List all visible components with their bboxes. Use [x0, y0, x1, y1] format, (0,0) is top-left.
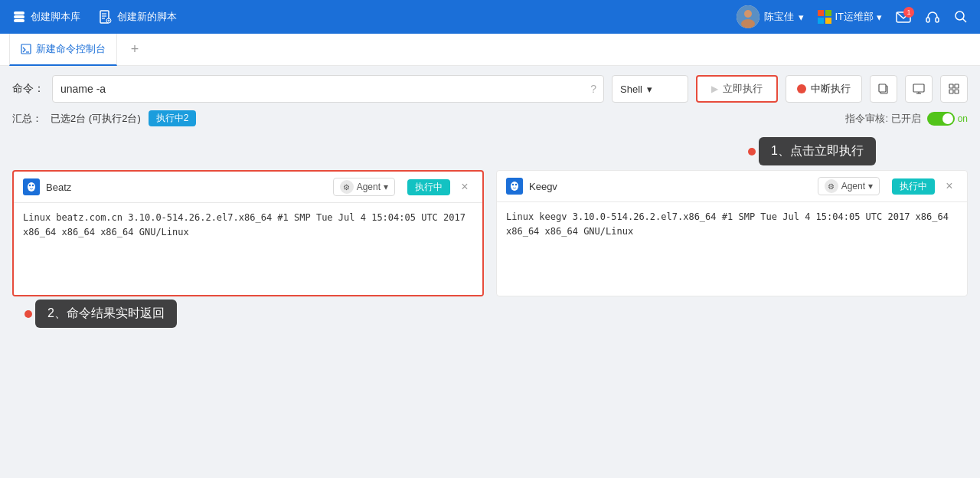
- script-icon: [99, 10, 113, 24]
- copy-button[interactable]: [870, 75, 897, 103]
- user-chevron-icon: ▾: [799, 11, 804, 23]
- command-label: 命令：: [12, 82, 44, 96]
- create-library-label: 创建脚本库: [31, 10, 80, 24]
- command-input-wrap: ?: [52, 75, 604, 103]
- toggle-on-label: on: [958, 113, 968, 124]
- create-script-label: 创建新的脚本: [117, 10, 177, 24]
- stop-icon: [797, 84, 806, 93]
- beatz-output-text: Linux beatz.com.cn 3.10.0-514.26.2.el7.x…: [23, 212, 466, 237]
- svg-rect-22: [913, 84, 924, 92]
- grid-icon: [949, 83, 959, 94]
- svg-point-31: [32, 185, 34, 186]
- beatz-agent-chevron: ▾: [384, 182, 388, 192]
- beatz-terminal-output: Linux beatz.com.cn 3.10.0-514.26.2.el7.x…: [14, 203, 482, 295]
- keegv-close-btn[interactable]: ×: [941, 178, 958, 195]
- tab-label: 新建命令控制台: [36, 42, 106, 56]
- keegv-agent-label: Agent: [841, 181, 865, 192]
- headset-btn[interactable]: [925, 9, 940, 25]
- dept-selector[interactable]: IT运维部 ▾: [818, 10, 882, 24]
- play-icon: ▶: [711, 83, 718, 94]
- db-icon: [12, 10, 26, 24]
- svg-rect-0: [14, 11, 24, 15]
- audit-toggle[interactable]: [927, 112, 955, 126]
- summary-label: 汇总：: [12, 112, 43, 126]
- top-navigation: 创建脚本库 创建新的脚本 陈宝佳: [0, 0, 980, 34]
- svg-point-29: [28, 182, 35, 192]
- linux-icon-keegv: [506, 178, 523, 195]
- svg-rect-27: [949, 90, 953, 93]
- agent-icon-beatz: ⚙: [340, 180, 354, 194]
- grid-button[interactable]: [940, 75, 968, 103]
- beatz-name: Beatz: [46, 182, 71, 193]
- help-icon[interactable]: ?: [590, 83, 596, 95]
- keegv-status-badge: 执行中: [892, 178, 935, 195]
- executing-badge: 执行中2: [149, 110, 197, 126]
- audit-toggle-wrap: on: [927, 112, 968, 126]
- svg-rect-2: [14, 19, 24, 22]
- keegv-agent-selector[interactable]: ⚙ Agent ▾: [818, 177, 880, 195]
- audit-section: 指令审核: 已开启 on: [845, 112, 968, 126]
- beatz-status-badge: 执行中: [407, 179, 450, 195]
- add-tab-btn[interactable]: +: [123, 38, 146, 61]
- monitor-icon: [913, 83, 925, 94]
- interrupt-label: 中断执行: [811, 82, 851, 96]
- command-input[interactable]: [52, 75, 604, 103]
- keegv-terminal-output: Linux keegv 3.10.0-514.26.2.el7.x86_64 #…: [497, 202, 967, 294]
- terminals-grid: Beatz ⚙ Agent ▾ 执行中 × Linux beatz.com.cn…: [12, 170, 968, 296]
- mail-btn[interactable]: 1: [896, 10, 911, 24]
- execute-button[interactable]: ▶ 立即执行: [696, 75, 778, 103]
- svg-point-32: [511, 182, 518, 191]
- svg-point-12: [741, 19, 755, 28]
- callout1-text: 1、点击立即执行: [771, 143, 864, 159]
- shell-chevron-icon: ▾: [647, 83, 652, 95]
- user-profile[interactable]: 陈宝佳 ▾: [737, 5, 804, 28]
- create-library-nav[interactable]: 创建脚本库: [12, 10, 80, 24]
- user-name: 陈宝佳: [764, 10, 794, 24]
- svg-point-30: [29, 185, 31, 186]
- callout-execute: 1、点击立即执行: [759, 137, 876, 165]
- svg-point-16: [956, 11, 964, 20]
- avatar: [737, 5, 760, 28]
- mail-badge: 1: [903, 7, 914, 18]
- svg-line-17: [963, 19, 967, 23]
- tab-new-console[interactable]: 新建命令控制台: [9, 34, 117, 66]
- nav-right-section: 陈宝佳 ▾ IT运维部 ▾ 1: [737, 5, 968, 28]
- search-btn[interactable]: [954, 10, 968, 24]
- monitor-button[interactable]: [905, 75, 933, 103]
- tab-bar: 新建命令控制台 +: [0, 34, 980, 66]
- copy-icon: [878, 83, 889, 94]
- terminal-keegv-header: Keegv ⚙ Agent ▾ 执行中 ×: [497, 171, 967, 202]
- terminal-beatz-header: Beatz ⚙ Agent ▾ 执行中 ×: [14, 172, 482, 203]
- svg-rect-1: [14, 15, 24, 18]
- callout2-text: 2、命令结果实时返回: [47, 306, 165, 322]
- main-content: 命令： ? Shell ▾ ▶ 立即执行 中断执行: [0, 66, 980, 337]
- keegv-output-text: Linux keegv 3.10.0-514.26.2.el7.x86_64 #…: [506, 211, 949, 237]
- summary-selected-text: 已选2台 (可执行2台): [51, 112, 141, 126]
- shell-selector[interactable]: Shell ▾: [612, 75, 688, 103]
- callout2-dot: [24, 310, 32, 318]
- linux-icon-beatz: [23, 178, 40, 195]
- interrupt-button[interactable]: 中断执行: [786, 75, 862, 103]
- beatz-agent-selector[interactable]: ⚙ Agent ▾: [333, 178, 395, 196]
- svg-point-33: [512, 184, 514, 185]
- beatz-agent-label: Agent: [357, 182, 381, 192]
- create-script-nav[interactable]: 创建新的脚本: [99, 10, 177, 24]
- callout-result: 2、命令结果实时返回: [35, 300, 177, 328]
- command-bar: 命令： ? Shell ▾ ▶ 立即执行 中断执行: [12, 75, 968, 103]
- dept-chevron-icon: ▾: [877, 11, 882, 23]
- callout1-dot: [748, 148, 756, 156]
- terminal-beatz: Beatz ⚙ Agent ▾ 执行中 × Linux beatz.com.cn…: [12, 170, 484, 296]
- svg-rect-26: [955, 84, 959, 88]
- svg-rect-25: [949, 84, 953, 88]
- ms-logo-icon: [818, 10, 831, 24]
- svg-point-11: [744, 10, 752, 18]
- svg-point-34: [515, 184, 517, 185]
- beatz-close-btn[interactable]: ×: [456, 178, 473, 195]
- svg-rect-28: [955, 90, 959, 93]
- keegv-name: Keegv: [529, 181, 557, 192]
- summary-bar: 汇总： 已选2台 (可执行2台) 执行中2 指令审核: 已开启 on: [12, 110, 968, 126]
- keegv-agent-chevron: ▾: [868, 181, 873, 192]
- execute-label: 立即执行: [723, 82, 763, 96]
- svg-rect-21: [879, 84, 886, 92]
- agent-icon-keegv: ⚙: [825, 179, 838, 193]
